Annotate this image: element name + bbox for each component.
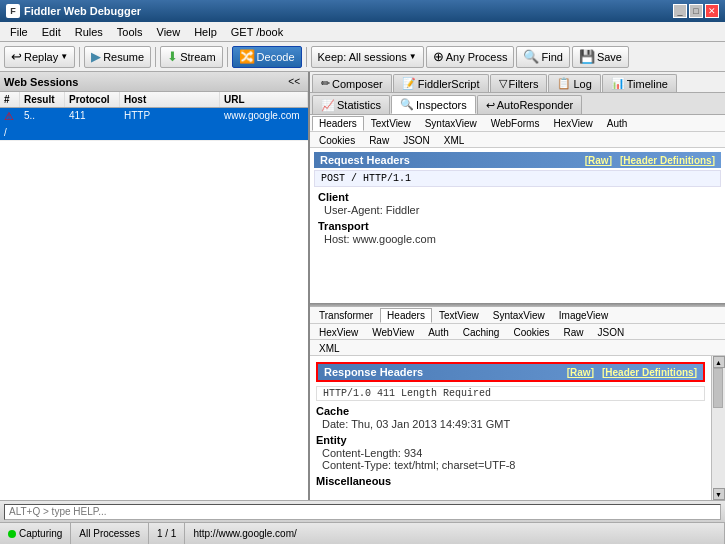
subtab-webforms[interactable]: WebForms (484, 116, 547, 131)
tab-statistics[interactable]: 📈 Statistics (312, 95, 390, 114)
date-value: Date: Thu, 03 Jan 2013 14:49:31 GMT (312, 418, 709, 430)
inspector-content: Headers TextView SyntaxView WebForms Hex… (310, 115, 725, 500)
subtab-caching[interactable]: Caching (456, 325, 507, 339)
subtab-cookies[interactable]: Cookies (312, 133, 362, 147)
col-result: Result (20, 92, 65, 107)
subtab-webview[interactable]: WebView (365, 325, 421, 339)
menu-view[interactable]: View (151, 25, 187, 39)
stream-button[interactable]: ⬇ Stream (160, 46, 222, 68)
request-section: Request Headers [Raw] [Header Definition… (310, 148, 725, 303)
resume-button[interactable]: ▶ Resume (84, 46, 151, 68)
table-row[interactable]: ⚠ 5.. 411 HTTP www.google.com / (0, 108, 308, 141)
sessions-table[interactable]: # Result Protocol Host URL ⚠ 5.. 411 HTT… (0, 92, 308, 500)
menu-tools[interactable]: Tools (111, 25, 149, 39)
subtab-resp-json[interactable]: JSON (591, 325, 632, 339)
capture-dot (8, 530, 16, 538)
subtab-resp-auth[interactable]: Auth (421, 325, 456, 339)
menu-file[interactable]: File (4, 25, 34, 39)
content-length-value: Content-Length: 934 (312, 447, 709, 459)
count-label: 1 / 1 (157, 528, 176, 539)
response-body[interactable]: Response Headers [Raw] [Header Definitio… (310, 356, 711, 500)
subtab-resp-headers[interactable]: Headers (380, 308, 432, 323)
status-input[interactable] (4, 504, 721, 520)
middle-tab-bar: 📈 Statistics 🔍 Inspectors ↩ AutoResponde… (310, 93, 725, 115)
decode-button[interactable]: 🔀 Decode (232, 46, 302, 68)
tab-autoresponder[interactable]: ↩ AutoResponder (477, 95, 582, 114)
replay-icon: ↩ (11, 49, 22, 64)
response-section: Transformer Headers TextView SyntaxView … (310, 307, 725, 500)
request-sub-tab-bar2: Cookies Raw JSON XML (310, 132, 725, 148)
minimize-button[interactable]: _ (673, 4, 687, 18)
response-header-def-link[interactable]: [Header Definitions] (602, 367, 697, 378)
menu-bar: File Edit Rules Tools View Help GET /boo… (0, 22, 725, 42)
toolbar: ↩ Replay ▼ ▶ Resume ⬇ Stream 🔀 Decode Ke… (0, 42, 725, 72)
subtab-textview[interactable]: TextView (364, 116, 418, 131)
replay-button[interactable]: ↩ Replay ▼ (4, 46, 75, 68)
subtab-transformer[interactable]: Transformer (312, 308, 380, 323)
close-button[interactable]: ✕ (705, 4, 719, 18)
menu-rules[interactable]: Rules (69, 25, 109, 39)
response-raw-link[interactable]: [Raw] (567, 367, 594, 378)
misc-label: Miscellaneous (312, 475, 709, 487)
tab-inspectors[interactable]: 🔍 Inspectors (391, 95, 476, 114)
tab-composer[interactable]: ✏ Composer (312, 74, 392, 92)
subtab-resp-cookies[interactable]: Cookies (506, 325, 556, 339)
subtab-resp-xml[interactable]: XML (312, 341, 347, 355)
subtab-syntaxview[interactable]: SyntaxView (418, 116, 484, 131)
response-sub-tab-bar2: HexView WebView Auth Caching Cookies Raw… (310, 324, 725, 340)
maximize-button[interactable]: □ (689, 4, 703, 18)
subtab-xml[interactable]: XML (437, 133, 472, 147)
cache-label: Cache (312, 405, 709, 417)
bottom-bar: Capturing All Processes 1 / 1 http://www… (0, 522, 725, 544)
decode-icon: 🔀 (239, 49, 255, 64)
response-sub-tab-bar: Transformer Headers TextView SyntaxView … (310, 307, 725, 324)
response-sub-tab-bar3: XML (310, 340, 725, 356)
subtab-resp-raw[interactable]: Raw (557, 325, 591, 339)
decode-label: Decode (257, 51, 295, 63)
inspectors-icon: 🔍 (400, 98, 414, 111)
menu-get-book[interactable]: GET /book (225, 25, 289, 39)
toolbar-sep-4 (306, 47, 307, 67)
menu-edit[interactable]: Edit (36, 25, 67, 39)
tab-fiddlerscript[interactable]: 📝 FiddlerScript (393, 74, 489, 92)
process-button[interactable]: ⊕ Any Process (426, 46, 515, 68)
stream-icon: ⬇ (167, 49, 178, 64)
subtab-json[interactable]: JSON (396, 133, 437, 147)
find-button[interactable]: 🔍 Find (516, 46, 569, 68)
row-protocol: HTTP (120, 108, 220, 125)
scroll-up-button[interactable]: ▲ (713, 356, 725, 368)
tab-log[interactable]: 📋 Log (548, 74, 600, 92)
subtab-hexview2[interactable]: HexView (312, 325, 365, 339)
subtab-auth[interactable]: Auth (600, 116, 635, 131)
save-button[interactable]: 💾 Save (572, 46, 629, 68)
request-header-def-link[interactable]: [Header Definitions] (620, 155, 715, 166)
subtab-imageview[interactable]: ImageView (552, 308, 615, 323)
autoresponder-icon: ↩ (486, 99, 495, 112)
url-text: http://www.google.com/ (193, 528, 296, 539)
tab-timeline[interactable]: 📊 Timeline (602, 74, 677, 92)
scroll-thumb[interactable] (713, 368, 723, 408)
col-num: # (0, 92, 20, 107)
subtab-raw[interactable]: Raw (362, 133, 396, 147)
main-container: Web Sessions << # Result Protocol Host U… (0, 72, 725, 500)
subtab-resp-textview[interactable]: TextView (432, 308, 486, 323)
tab-filters[interactable]: ▽ Filters (490, 74, 548, 92)
scroll-down-button[interactable]: ▼ (713, 488, 725, 500)
subtab-resp-syntaxview[interactable]: SyntaxView (486, 308, 552, 323)
toolbar-sep-3 (227, 47, 228, 67)
collapse-button[interactable]: << (284, 75, 304, 88)
filter-indicator[interactable]: All Processes (71, 523, 149, 544)
timeline-icon: 📊 (611, 77, 625, 90)
stream-label: Stream (180, 51, 215, 63)
resume-icon: ▶ (91, 49, 101, 64)
subtab-headers[interactable]: Headers (312, 116, 364, 131)
user-agent-value: User-Agent: Fiddler (314, 204, 721, 216)
process-icon: ⊕ (433, 49, 444, 64)
menu-help[interactable]: Help (188, 25, 223, 39)
request-raw-link[interactable]: [Raw] (585, 155, 612, 166)
fiddlerscript-icon: 📝 (402, 77, 416, 90)
subtab-hexview[interactable]: HexView (546, 116, 599, 131)
keep-button[interactable]: Keep: All sessions ▼ (311, 46, 424, 68)
request-sub-tab-bar: Headers TextView SyntaxView WebForms Hex… (310, 115, 725, 132)
table-header: # Result Protocol Host URL (0, 92, 308, 108)
